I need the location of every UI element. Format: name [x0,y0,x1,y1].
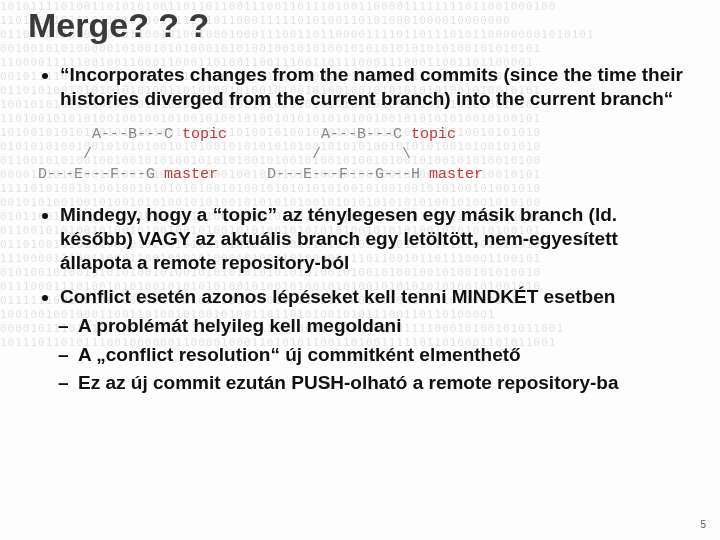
page-number: 5 [700,519,706,530]
slide-content: Merge? ? ? “Incorporates changes from th… [0,0,720,395]
bullet-list: “Incorporates changes from the named com… [28,63,692,111]
bullet-topic-note: Mindegy, hogy a “topic” az ténylegesen e… [60,203,692,274]
sub-bullet-commit: A „conflict resolution“ új commitként el… [78,343,692,367]
bullet-conflict: Conflict esetén azonos lépéseket kell te… [60,285,692,396]
merge-diagram-row: A---B---C topic / D---E---F---G master A… [38,125,692,186]
slide-title: Merge? ? ? [28,6,692,45]
merge-diagram-before: A---B---C topic / D---E---F---G master [38,125,227,186]
bullet-quote: “Incorporates changes from the named com… [60,63,692,111]
sub-bullet-local: A problémát helyileg kell megoldani [78,314,692,338]
sub-bullet-list: A problémát helyileg kell megoldani A „c… [60,314,692,395]
merge-diagram-after: A---B---C topic / \ D---E---F---G---H ma… [267,125,483,186]
sub-bullet-push: Ez az új commit ezután PUSH-olható a rem… [78,371,692,395]
bullet-list-2: Mindegy, hogy a “topic” az ténylegesen e… [28,203,692,395]
